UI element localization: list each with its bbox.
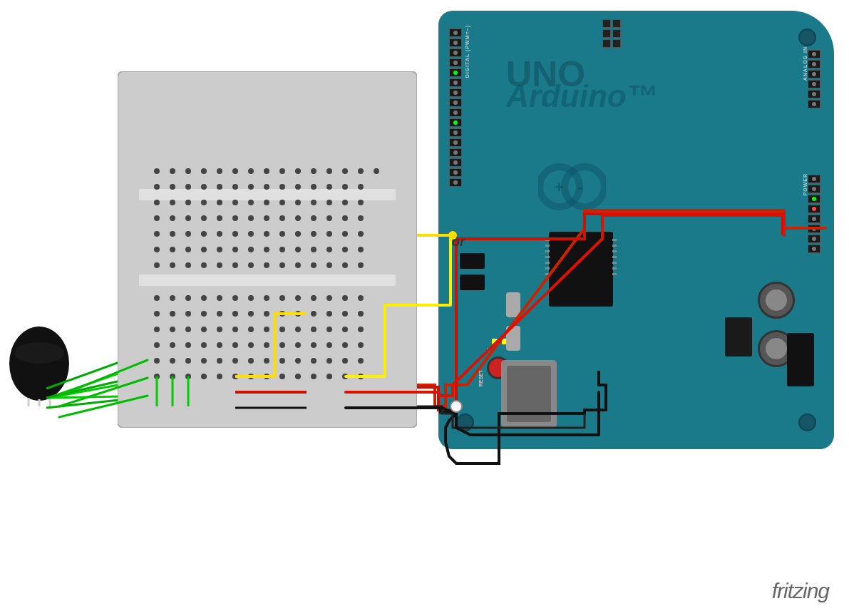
svg-point-59 xyxy=(170,215,175,221)
svg-point-24 xyxy=(295,168,301,174)
ir-sensor xyxy=(7,321,100,406)
svg-point-56 xyxy=(342,200,348,205)
svg-point-139 xyxy=(326,311,332,317)
svg-rect-14 xyxy=(139,274,396,286)
svg-point-193 xyxy=(295,374,301,379)
svg-point-90 xyxy=(217,247,222,252)
svg-point-33 xyxy=(201,184,207,190)
svg-point-142 xyxy=(154,327,160,332)
svg-point-76 xyxy=(217,231,222,237)
crystal-2 xyxy=(506,326,520,351)
svg-point-42 xyxy=(342,184,348,190)
svg-point-150 xyxy=(279,327,285,332)
svg-point-92 xyxy=(248,247,254,252)
breadboard-svg: // This would be complex - draw represen… xyxy=(118,71,417,428)
svg-point-39 xyxy=(295,184,301,190)
svg-point-65 xyxy=(264,215,269,221)
svg-point-36 xyxy=(248,184,254,190)
svg-point-167 xyxy=(326,342,332,348)
svg-point-128 xyxy=(154,311,160,317)
digital-pin-header xyxy=(449,29,465,187)
svg-point-82 xyxy=(311,231,317,237)
svg-point-43 xyxy=(358,184,364,190)
power-label: POWER xyxy=(803,173,808,195)
svg-point-121 xyxy=(264,295,269,301)
svg-point-179 xyxy=(295,358,301,364)
svg-point-87 xyxy=(170,247,175,252)
svg-point-109 xyxy=(295,262,301,268)
svg-point-176 xyxy=(248,358,254,364)
svg-point-181 xyxy=(326,358,332,364)
svg-point-153 xyxy=(326,327,332,332)
svg-point-21 xyxy=(248,168,254,174)
svg-point-160 xyxy=(217,342,222,348)
svg-point-44 xyxy=(154,200,160,205)
svg-rect-13 xyxy=(139,189,396,200)
svg-point-103 xyxy=(201,262,207,268)
svg-point-53 xyxy=(295,200,301,205)
svg-point-111 xyxy=(326,262,332,268)
svg-point-22 xyxy=(264,168,269,174)
svg-point-93 xyxy=(264,247,269,252)
svg-point-101 xyxy=(170,262,175,268)
svg-point-57 xyxy=(358,200,364,205)
arduino-uno-text: UNO xyxy=(506,53,585,95)
mounting-hole-bl xyxy=(456,414,474,431)
svg-point-165 xyxy=(295,342,301,348)
svg-point-75 xyxy=(201,231,207,237)
svg-point-120 xyxy=(248,295,254,301)
svg-point-187 xyxy=(201,374,207,379)
svg-point-169 xyxy=(358,342,364,348)
svg-point-45 xyxy=(170,200,175,205)
svg-point-49 xyxy=(232,200,238,205)
svg-point-94 xyxy=(279,247,285,252)
svg-point-38 xyxy=(279,184,285,190)
svg-point-63 xyxy=(232,215,238,221)
svg-point-119 xyxy=(232,295,238,301)
svg-point-1 xyxy=(565,167,604,207)
svg-point-102 xyxy=(185,262,191,268)
svg-point-168 xyxy=(342,342,348,348)
usb-connector xyxy=(501,360,557,428)
svg-point-88 xyxy=(185,247,191,252)
svg-point-129 xyxy=(170,311,175,317)
svg-point-27 xyxy=(342,168,348,174)
svg-point-54 xyxy=(311,200,317,205)
reset-label: RESET xyxy=(478,370,483,386)
svg-point-148 xyxy=(248,327,254,332)
mounting-hole-tr xyxy=(798,29,816,46)
led-L-label: L xyxy=(487,347,490,352)
svg-point-77 xyxy=(232,231,238,237)
svg-point-29 xyxy=(374,168,379,174)
svg-point-192 xyxy=(279,374,285,379)
svg-point-174 xyxy=(217,358,222,364)
svg-point-41 xyxy=(326,184,332,190)
svg-point-79 xyxy=(264,231,269,237)
svg-point-178 xyxy=(279,358,285,364)
svg-point-151 xyxy=(295,327,301,332)
svg-point-173 xyxy=(201,358,207,364)
svg-point-23 xyxy=(279,168,285,174)
svg-point-147 xyxy=(232,327,238,332)
svg-point-130 xyxy=(185,311,191,317)
svg-point-81 xyxy=(295,231,301,237)
svg-point-170 xyxy=(154,358,160,364)
arduino-logo: + - xyxy=(538,153,606,221)
svg-point-133 xyxy=(232,311,238,317)
svg-point-80 xyxy=(279,231,285,237)
small-ic-1 xyxy=(460,253,485,269)
svg-point-72 xyxy=(154,231,160,237)
svg-point-117 xyxy=(201,295,207,301)
svg-point-145 xyxy=(201,327,207,332)
atmega-chip xyxy=(549,232,613,307)
capacitor-1 xyxy=(758,282,795,319)
svg-point-68 xyxy=(311,215,317,221)
svg-point-40 xyxy=(311,184,317,190)
svg-point-86 xyxy=(154,247,160,252)
svg-point-78 xyxy=(248,231,254,237)
svg-point-104 xyxy=(217,262,222,268)
svg-point-159 xyxy=(201,342,207,348)
svg-point-116 xyxy=(185,295,191,301)
svg-point-47 xyxy=(201,200,207,205)
svg-point-183 xyxy=(358,358,364,364)
